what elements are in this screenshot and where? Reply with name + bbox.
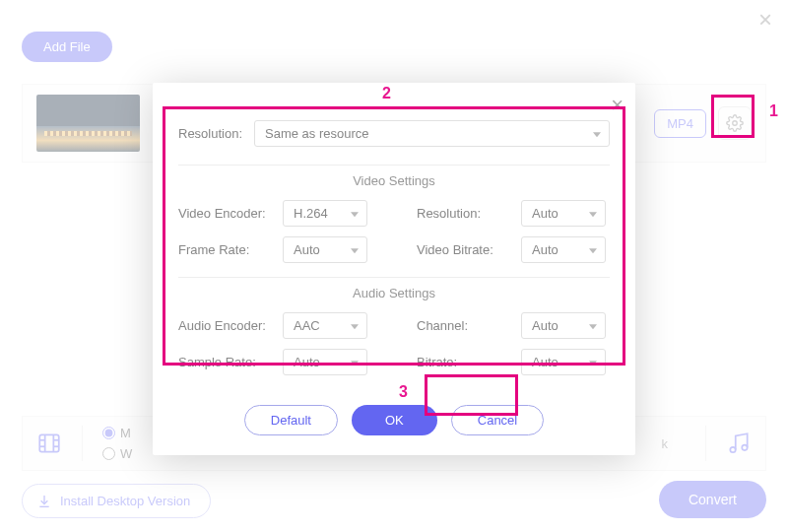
annotation-3: 3: [399, 383, 408, 401]
audio-encoder-select[interactable]: AAC: [283, 312, 367, 339]
ok-button[interactable]: OK: [352, 405, 437, 435]
annotation-2: 2: [382, 85, 391, 102]
video-resolution-select[interactable]: Auto: [521, 200, 606, 227]
default-button[interactable]: Default: [244, 405, 338, 435]
settings-dialog: × Resolution: Same as resource Video Set…: [153, 83, 635, 455]
audio-settings-heading: Audio Settings: [178, 277, 610, 300]
resolution-label: Resolution:: [178, 126, 242, 141]
channel-label: Channel:: [417, 318, 515, 333]
dialog-close-icon[interactable]: ×: [611, 93, 624, 118]
audio-encoder-label: Audio Encoder:: [178, 318, 277, 333]
video-bitrate-label: Video Bitrate:: [417, 242, 515, 257]
audio-bitrate-label: Bitrate:: [417, 355, 515, 369]
video-encoder-select[interactable]: H.264: [283, 200, 367, 227]
sample-rate-label: Sample Rate:: [178, 355, 277, 369]
annotation-1: 1: [769, 102, 778, 120]
frame-rate-select[interactable]: Auto: [283, 236, 367, 263]
video-encoder-label: Video Encoder:: [178, 206, 277, 221]
sample-rate-select[interactable]: Auto: [283, 349, 367, 375]
resolution-select[interactable]: Same as resource: [254, 120, 610, 147]
video-resolution-label: Resolution:: [417, 206, 515, 221]
channel-select[interactable]: Auto: [521, 312, 606, 339]
audio-bitrate-select[interactable]: Auto: [521, 349, 606, 375]
video-settings-heading: Video Settings: [178, 165, 610, 188]
frame-rate-label: Frame Rate:: [178, 242, 277, 257]
video-bitrate-select[interactable]: Auto: [521, 236, 606, 263]
cancel-button[interactable]: Cancel: [451, 405, 544, 435]
